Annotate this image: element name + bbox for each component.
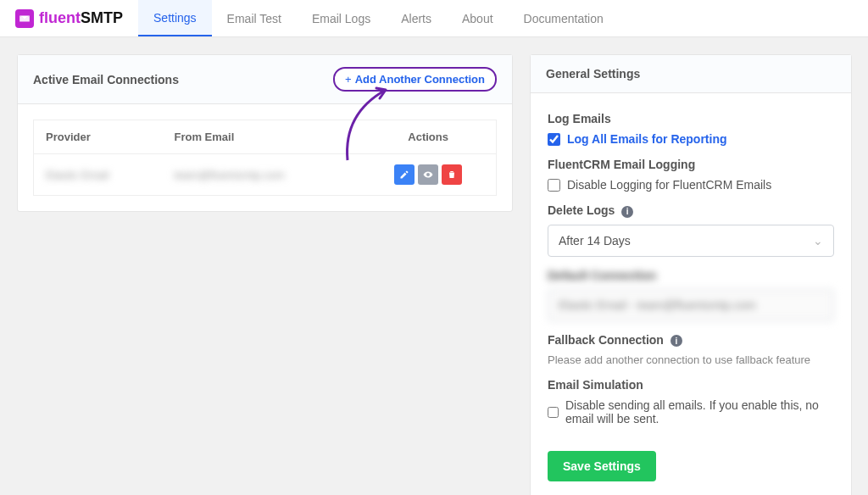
disable-fluentcrm-label[interactable]: Disable Logging for FluentCRM Emails — [567, 178, 771, 192]
col-actions: Actions — [360, 120, 496, 154]
table-row: Elastic Email team@fluentsmtp.com — [34, 154, 497, 196]
col-provider: Provider — [34, 120, 163, 154]
nav-tabs: Settings Email Test Email Logs Alerts Ab… — [138, 0, 619, 36]
tab-documentation[interactable]: Documentation — [509, 0, 619, 36]
tab-alerts[interactable]: Alerts — [386, 0, 447, 36]
general-settings-panel: General Settings Log Emails Log All Emai… — [530, 54, 852, 495]
delete-button[interactable] — [442, 164, 462, 185]
tab-email-test[interactable]: Email Test — [212, 0, 297, 36]
log-all-checkbox[interactable] — [548, 133, 560, 146]
fluentcrm-label: FluentCRM Email Logging — [548, 158, 834, 171]
info-icon[interactable]: i — [670, 335, 682, 347]
connections-panel: Active Email Connections + Add Another C… — [17, 54, 513, 212]
brand-text-fluent: fluent — [39, 9, 81, 27]
topbar: fluentSMTP Settings Email Test Email Log… — [0, 0, 868, 37]
fallback-label: Fallback Connection i — [548, 333, 834, 348]
tab-email-logs[interactable]: Email Logs — [297, 0, 386, 36]
info-icon[interactable]: i — [621, 206, 633, 218]
delete-logs-label: Delete Logs i — [548, 203, 834, 218]
log-emails-label: Log Emails — [548, 112, 834, 125]
edit-button[interactable] — [394, 164, 415, 185]
simulation-label: Email Simulation — [548, 378, 834, 392]
default-connection-label: Default Connection — [548, 269, 834, 282]
plus-icon: + — [345, 73, 352, 86]
fallback-text: Fallback Connection — [548, 333, 664, 347]
tab-settings[interactable]: Settings — [138, 0, 212, 36]
simulation-check-label[interactable]: Disable sending all emails. If you enabl… — [565, 398, 834, 425]
connections-table: Provider From Email Actions Elastic Emai… — [33, 120, 497, 196]
view-button[interactable] — [418, 164, 438, 185]
col-from: From Email — [163, 120, 361, 154]
add-connection-button[interactable]: + Add Another Connection — [333, 67, 497, 92]
add-connection-label: Add Another Connection — [355, 73, 485, 86]
delete-logs-text: Delete Logs — [548, 203, 615, 217]
connections-title: Active Email Connections — [33, 73, 179, 86]
cell-from: team@fluentsmtp.com — [175, 169, 285, 181]
brand-icon — [15, 9, 34, 28]
cell-provider: Elastic Email — [46, 169, 108, 181]
general-title: General Settings — [546, 67, 640, 81]
simulation-checkbox[interactable] — [548, 406, 559, 419]
delete-logs-value: After 14 Days — [559, 234, 631, 248]
default-connection-select[interactable]: Elastic Email - team@fluentsmtp.com — [548, 289, 834, 321]
log-all-label[interactable]: Log All Emails for Reporting — [567, 132, 727, 146]
main-content: Active Email Connections + Add Another C… — [0, 37, 868, 495]
chevron-down-icon: ⌄ — [813, 234, 823, 248]
save-settings-button[interactable]: Save Settings — [548, 451, 656, 481]
delete-logs-select[interactable]: After 14 Days ⌄ — [548, 225, 834, 257]
fallback-help: Please add another connection to use fal… — [548, 353, 834, 366]
brand-logo: fluentSMTP — [0, 9, 138, 28]
brand-text-smtp: SMTP — [81, 9, 123, 27]
disable-fluentcrm-checkbox[interactable] — [548, 179, 560, 192]
tab-about[interactable]: About — [447, 0, 509, 36]
default-connection-value: Elastic Email - team@fluentsmtp.com — [559, 298, 756, 312]
